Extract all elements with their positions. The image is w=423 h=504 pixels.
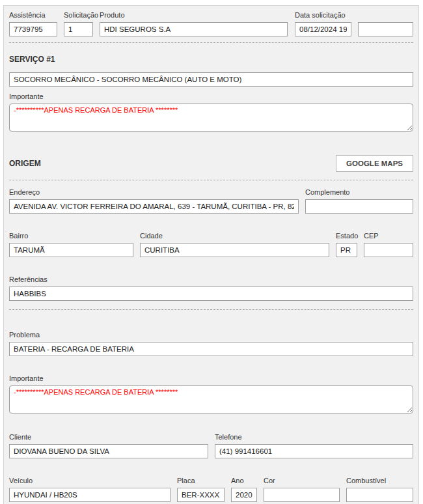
servico-section-title: SERVIÇO #1 [9,55,413,64]
problema-importante-label: Importante [9,374,413,382]
telefone-field: Telefone [215,433,413,458]
data-extra-input[interactable] [358,22,413,36]
dashed-divider [9,309,413,310]
servico-importante-textarea[interactable]: -**********APENAS RECARGA DE BATERIA ***… [9,104,413,132]
telefone-label: Telefone [215,433,413,441]
ano-label: Ano [231,477,257,484]
solicitacao-label: Solicitação [64,11,93,19]
combustivel-field: Combustível [346,477,413,502]
problema-importante-textarea[interactable]: -**********APENAS RECARGA DE BATERIA ***… [9,385,413,413]
placa-field: Placa [177,477,225,502]
estado-input[interactable] [336,243,357,257]
servico-tipo-input[interactable] [9,72,413,87]
veiculo-field: Veículo [9,477,171,502]
cliente-label: Cliente [9,433,208,441]
cliente-field: Cliente [9,433,208,458]
complemento-field: Complemento [305,188,413,214]
servico-tipo-field [9,72,413,87]
referencias-field: Referências [9,275,413,301]
assistencia-input[interactable] [9,22,57,36]
placa-input[interactable] [177,488,225,502]
cor-label: Cor [264,477,340,484]
endereco-label: Endereço [9,188,299,196]
problema-importante-field: Importante -**********APENAS RECARGA DE … [9,374,413,413]
cidade-field: Cidade [140,232,329,257]
cep-label: CEP [364,232,413,240]
produto-input[interactable] [100,22,288,36]
endereco-row: Endereço Complemento [9,188,413,214]
cidade-input[interactable] [140,243,329,257]
veiculo-row: Veículo Placa Ano Cor Combustível [9,477,413,502]
cor-input[interactable] [264,488,340,502]
ano-field: Ano [231,477,257,502]
data-solicitacao-input[interactable] [295,22,351,36]
origem-section-title: ORIGEM [9,159,41,168]
complemento-label: Complemento [305,188,413,196]
servico-importante-field: Importante -**********APENAS RECARGA DE … [9,92,413,132]
bairro-label: Bairro [9,232,133,240]
produto-field: Produto [100,11,288,36]
combustivel-input[interactable] [346,488,413,502]
problema-field: Problema [9,331,413,356]
cliente-input[interactable] [9,444,208,458]
cliente-row: Cliente Telefone [9,433,413,458]
data-solicitacao-label: Data solicitação [295,11,351,19]
cidade-label: Cidade [140,232,329,240]
bairro-input[interactable] [9,243,133,257]
estado-field: Estado [336,232,357,257]
problema-label: Problema [9,331,413,339]
veiculo-input[interactable] [9,488,171,502]
data-solicitacao-field: Data solicitação [295,11,351,36]
referencias-label: Referências [9,275,413,283]
header-row: Assistência Solicitação Produto Data sol… [9,11,413,36]
placa-label: Placa [177,477,225,484]
endereco-input[interactable] [9,199,299,214]
problema-input[interactable] [9,342,413,356]
dashed-divider [9,180,413,180]
ano-input[interactable] [231,488,257,502]
service-request-panel: Assistência Solicitação Produto Data sol… [3,5,419,504]
assistencia-field: Assistência [9,11,57,36]
estado-label: Estado [336,232,357,240]
solicitacao-field: Solicitação [64,11,93,36]
cor-field: Cor [264,477,340,502]
cep-input[interactable] [364,243,413,257]
origem-header-row: ORIGEM GOOGLE MAPS [9,155,413,172]
assistencia-label: Assistência [9,11,57,19]
bairro-row: Bairro Cidade Estado CEP [9,232,413,257]
referencias-input[interactable] [9,287,413,301]
data-extra-field [358,22,413,36]
bairro-field: Bairro [9,232,133,257]
complemento-input[interactable] [305,199,413,214]
dashed-divider [9,42,413,43]
telefone-input[interactable] [215,444,413,458]
cep-field: CEP [364,232,413,257]
solicitacao-input[interactable] [64,22,93,36]
combustivel-label: Combustível [346,477,413,484]
veiculo-label: Veículo [9,477,171,484]
endereco-field: Endereço [9,188,299,214]
google-maps-button[interactable]: GOOGLE MAPS [336,155,413,172]
servico-importante-label: Importante [9,92,413,100]
produto-label: Produto [100,11,288,19]
